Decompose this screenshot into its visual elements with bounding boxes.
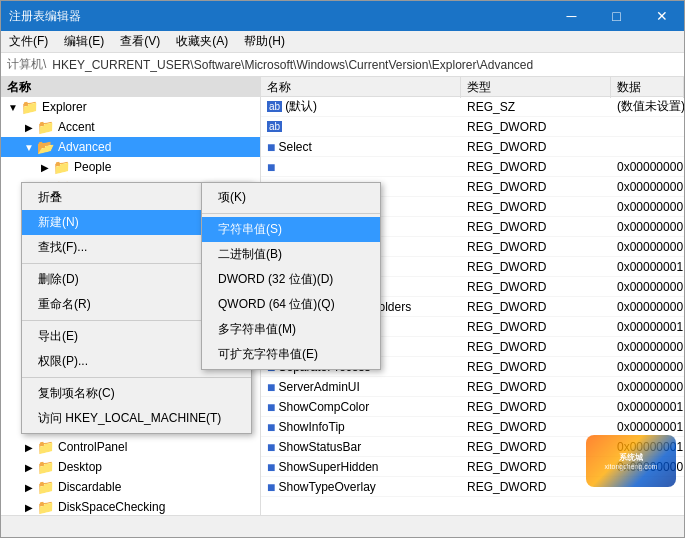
sub-item-dword[interactable]: DWORD (32 位值)(D) (202, 267, 380, 292)
tree-item-accent[interactable]: ▶ 📁 Accent (1, 117, 260, 137)
ctx-label-new: 新建(N) (38, 214, 79, 231)
list-cell-data: 0x00000000 (0) (611, 277, 684, 296)
list-row[interactable]: ab(默认) REG_SZ (数值未设置) (261, 97, 684, 117)
tree-label-desktop: Desktop (58, 460, 102, 474)
list-cell-name: ■Select (261, 137, 461, 156)
list-cell-data: 0x00000000 (0) (611, 337, 684, 356)
tree-item-advanced[interactable]: ▼ 📂 Advanced (1, 137, 260, 157)
folder-icon-desktop: 📁 (37, 459, 54, 475)
expander-desktop[interactable]: ▶ (21, 462, 37, 473)
folder-icon-accent: 📁 (37, 119, 54, 135)
expander-discardable[interactable]: ▶ (21, 482, 37, 493)
list-cell-name: ■ServerAdminUI (261, 377, 461, 396)
tree-label-explorer: Explorer (42, 100, 87, 114)
tree-label-controlpanel: ControlPanel (58, 440, 127, 454)
list-cell-name: ab(默认) (261, 97, 461, 116)
tree-item-desktop[interactable]: ▶ 📁 Desktop (1, 457, 260, 477)
sub-item-expandstring[interactable]: 可扩充字符串值(E) (202, 342, 380, 367)
list-cell-name: ■ShowStatusBar (261, 437, 461, 456)
list-cell-type: REG_DWORD (461, 317, 611, 336)
tree-item-diskspacechecking[interactable]: ▶ 📁 DiskSpaceChecking (1, 497, 260, 515)
expander-diskspacechecking[interactable]: ▶ (21, 502, 37, 513)
list-cell-type: REG_DWORD (461, 257, 611, 276)
folder-icon-advanced: 📂 (37, 139, 54, 155)
list-cell-type: REG_DWORD (461, 217, 611, 236)
folder-icon-discardable: 📁 (37, 479, 54, 495)
list-row[interactable]: ■ShowInfoTip REG_DWORD 0x00000001 (1) (261, 417, 684, 437)
tree-label-people: People (74, 160, 111, 174)
ctx-item-access-hklm[interactable]: 访问 HKEY_LOCAL_MACHINE(T) (22, 406, 251, 431)
ctx-label-copy-name: 复制项名称(C) (38, 385, 115, 402)
tree-label-accent: Accent (58, 120, 95, 134)
list-cell-data: 0x00000000 (0) (611, 157, 684, 176)
sub-separator (202, 213, 380, 214)
list-cell-data: 0x00000000 (0) (611, 237, 684, 256)
list-cell-data: 0x00000001 (1) (611, 317, 684, 336)
watermark: 系统城 xitongcheng.com (586, 435, 676, 487)
tree-item-controlpanel[interactable]: ▶ 📁 ControlPanel (1, 437, 260, 457)
expander-controlpanel[interactable]: ▶ (21, 442, 37, 453)
menu-file[interactable]: 文件(F) (1, 31, 56, 52)
expander-explorer[interactable]: ▼ (5, 102, 21, 113)
list-cell-data: 0x00000000 (0) (611, 197, 684, 216)
expander-advanced[interactable]: ▼ (21, 142, 37, 153)
ctx-label-access-hklm: 访问 HKEY_LOCAL_MACHINE(T) (38, 410, 221, 427)
menu-favorites[interactable]: 收藏夹(A) (168, 31, 236, 52)
list-row[interactable]: ■ServerAdminUI REG_DWORD 0x00000000 (0) (261, 377, 684, 397)
list-row[interactable]: ab REG_DWORD (261, 117, 684, 137)
sub-item-qword[interactable]: QWORD (64 位值)(Q) (202, 292, 380, 317)
tree-item-discardable[interactable]: ▶ 📁 Discardable (1, 477, 260, 497)
list-cell-data (611, 137, 684, 156)
ctx-label-permissions: 权限(P)... (38, 353, 88, 370)
list-cell-type: REG_DWORD (461, 357, 611, 376)
sub-item-multistring[interactable]: 多字符串值(M) (202, 317, 380, 342)
close-button[interactable]: ✕ (639, 1, 684, 31)
expander-accent[interactable]: ▶ (21, 122, 37, 133)
list-cell-type: REG_DWORD (461, 417, 611, 436)
menu-help[interactable]: 帮助(H) (236, 31, 293, 52)
list-cell-name: ■ShowInfoTip (261, 417, 461, 436)
ctx-label-find: 查找(F)... (38, 239, 87, 256)
header-name: 名称 (261, 77, 461, 98)
tree-label-discardable: Discardable (58, 480, 121, 494)
list-cell-type: REG_DWORD (461, 117, 611, 136)
list-cell-data: 0x00000001 (1) (611, 257, 684, 276)
list-cell-data: 0x00000000 (0) (611, 357, 684, 376)
sub-item-key[interactable]: 项(K) (202, 185, 380, 210)
list-row[interactable]: ■Select REG_DWORD (261, 137, 684, 157)
list-cell-type: REG_DWORD (461, 237, 611, 256)
list-cell-name: ■ShowCompColor (261, 397, 461, 416)
tree-item-people[interactable]: ▶ 📁 People (1, 157, 260, 177)
list-cell-type: REG_DWORD (461, 377, 611, 396)
folder-icon: 📁 (21, 99, 38, 115)
address-path: HKEY_CURRENT_USER\Software\Microsoft\Win… (52, 58, 533, 72)
list-header: 名称 类型 数据 (261, 77, 684, 97)
tree-item-explorer[interactable]: ▼ 📁 Explorer (1, 97, 260, 117)
header-data: 数据 (611, 77, 684, 98)
main-content: 名称 ▼ 📁 Explorer ▶ 📁 Accent ▼ 📂 Advanced (1, 77, 684, 515)
folder-icon-controlpanel: 📁 (37, 439, 54, 455)
sub-item-string[interactable]: 字符串值(S) (202, 217, 380, 242)
list-cell-type: REG_DWORD (461, 297, 611, 316)
menu-view[interactable]: 查看(V) (112, 31, 168, 52)
list-row[interactable]: ■ShowCompColor REG_DWORD 0x00000001 (1) (261, 397, 684, 417)
maximize-button[interactable]: □ (594, 1, 639, 31)
watermark-url: xitongcheng.com (605, 463, 658, 470)
header-type: 类型 (461, 77, 611, 98)
list-row[interactable]: ■ REG_DWORD 0x00000000 (0) (261, 157, 684, 177)
list-cell-type: REG_DWORD (461, 137, 611, 156)
list-cell-type: REG_SZ (461, 97, 611, 116)
window-title: 注册表编辑器 (9, 8, 81, 25)
address-label: 计算机\ (7, 56, 46, 73)
menu-edit[interactable]: 编辑(E) (56, 31, 112, 52)
folder-icon-people: 📁 (53, 159, 70, 175)
ctx-label-delete: 删除(D) (38, 271, 79, 288)
list-cell-type: REG_DWORD (461, 397, 611, 416)
ctx-item-copy-name[interactable]: 复制项名称(C) (22, 381, 251, 406)
list-cell-type: REG_DWORD (461, 337, 611, 356)
sub-item-binary[interactable]: 二进制值(B) (202, 242, 380, 267)
minimize-button[interactable]: ─ (549, 1, 594, 31)
expander-people[interactable]: ▶ (37, 162, 53, 173)
ctx-label-rename: 重命名(R) (38, 296, 91, 313)
window: 注册表编辑器 ─ □ ✕ 文件(F) 编辑(E) 查看(V) 收藏夹(A) 帮助… (0, 0, 685, 538)
